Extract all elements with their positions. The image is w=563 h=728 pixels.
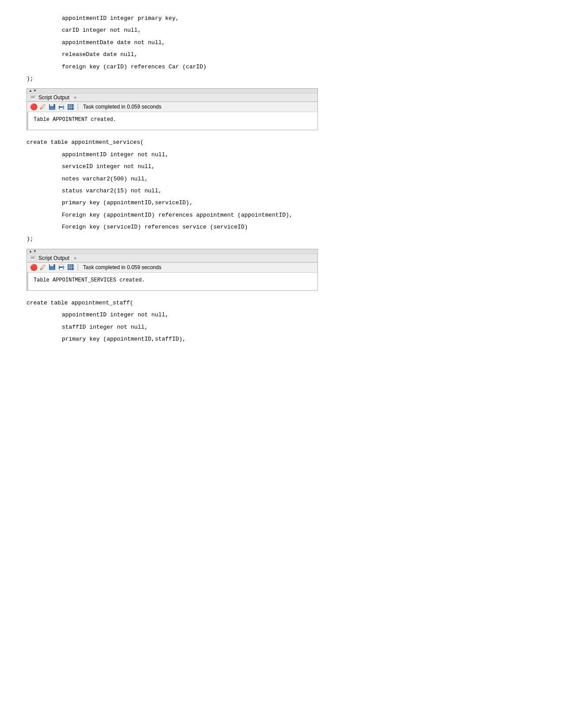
closing-paren: ); — [26, 74, 537, 84]
save-icon[interactable] — [48, 103, 56, 110]
code-line: notes varchar2(500) null, — [26, 174, 537, 184]
run-icon[interactable]: 🔴 — [30, 103, 38, 110]
toolbar-status-1: Task completed in 0.059 seconds — [83, 104, 161, 110]
scroll-down-arrow[interactable]: ▼ — [33, 89, 37, 93]
code-line: Foreign key (appointmentID) references a… — [26, 210, 537, 220]
svg-rect-24 — [49, 267, 55, 270]
svg-rect-0 — [30, 95, 36, 100]
save-icon-2[interactable] — [48, 264, 56, 271]
svg-rect-9 — [60, 104, 63, 106]
svg-point-28 — [63, 267, 64, 268]
script-output-tab-close-1[interactable]: × — [74, 95, 76, 100]
code-section-3: create table appointment_staff( appointm… — [26, 298, 537, 345]
closing-paren-2: ); — [26, 234, 537, 244]
code-section-1: appointmentID integer primary key, carID… — [26, 13, 537, 84]
svg-rect-26 — [60, 264, 63, 266]
script-output-toolbar-1: 🔴 🖊 — [27, 102, 317, 112]
script-output-tab-label-2[interactable]: Script Output — [38, 255, 69, 261]
script-output-tab-icon — [30, 94, 37, 101]
svg-rect-17 — [30, 255, 36, 261]
print-icon[interactable] — [57, 103, 65, 110]
code-line: staffID integer not null, — [26, 322, 537, 332]
code-line: appointmentID integer primary key, — [26, 13, 537, 23]
toolbar-separator-2 — [78, 264, 78, 270]
svg-rect-7 — [49, 107, 55, 110]
script-output-tab-close-2[interactable]: × — [74, 255, 76, 261]
svg-rect-27 — [60, 268, 63, 270]
code-line: releaseDate date null, — [26, 49, 537, 60]
scroll-up-arrow[interactable]: ▲ — [29, 89, 32, 93]
scroll-up-arrow-2[interactable]: ▲ — [29, 250, 32, 253]
script-output-header-1: Script Output × — [27, 94, 317, 102]
scroll-arrow-bar-2: ▲ ▼ — [27, 249, 317, 254]
script-output-panel-1: ▲ ▼ Script Output × 🔴 🖊 — [26, 88, 318, 130]
code-section-2: create table appointment_services( appoi… — [26, 137, 537, 244]
svg-rect-12 — [68, 104, 74, 110]
script-output-content-2: Table APPOINTMENT_SERVICES created. — [27, 273, 317, 290]
scroll-arrow-bar-1: ▲ ▼ — [27, 89, 317, 94]
toolbar-status-2: Task completed in 0.059 seconds — [83, 264, 161, 270]
code-header-2: create table appointment_services( — [26, 137, 537, 147]
script-output-header-2: Script Output × — [27, 254, 317, 263]
output-text-1: Table APPOINTMENT created. — [34, 116, 116, 123]
code-line: appointmentID integer not null, — [26, 150, 537, 160]
code-line: foreign key (carID) references Car (carI… — [26, 62, 537, 72]
code-line: primary key (appointmentID,staffID), — [26, 334, 537, 344]
edit-icon[interactable]: 🖊 — [39, 103, 47, 110]
print-icon-2[interactable] — [57, 264, 65, 271]
svg-rect-23 — [51, 265, 52, 266]
grid-icon[interactable] — [67, 103, 75, 110]
svg-rect-29 — [68, 264, 74, 270]
svg-point-11 — [63, 107, 64, 108]
script-output-content-1: Table APPOINTMENT created. — [27, 112, 317, 130]
script-output-panel-2: ▲ ▼ Script Output × 🔴 🖊 — [26, 249, 318, 291]
code-line: Foreign key (serviceID) references servi… — [26, 222, 537, 232]
code-line: carID integer not null, — [26, 25, 537, 35]
code-line: status varchar2(15) not null, — [26, 186, 537, 196]
svg-rect-10 — [60, 108, 63, 110]
toolbar-separator-1 — [78, 104, 78, 110]
output-text-2: Table APPOINTMENT_SERVICES created. — [34, 277, 145, 283]
script-output-toolbar-2: 🔴 🖊 — [27, 263, 317, 273]
grid-icon-2[interactable] — [67, 264, 75, 271]
code-line: primary key (appointmentID,serviceID), — [26, 198, 537, 208]
run-icon-2[interactable]: 🔴 — [30, 264, 38, 271]
code-line: appointmentID integer not null, — [26, 310, 537, 320]
code-header-3: create table appointment_staff( — [26, 298, 537, 308]
script-output-tab-label-1[interactable]: Script Output — [38, 94, 69, 101]
edit-icon-2[interactable]: 🖊 — [39, 264, 47, 271]
scroll-down-arrow-2[interactable]: ▼ — [33, 250, 37, 253]
code-line: serviceID integer not null, — [26, 161, 537, 172]
svg-rect-6 — [51, 105, 52, 106]
code-line: appointmentDate date not null, — [26, 38, 537, 48]
script-output-tab-icon-2 — [30, 255, 37, 261]
